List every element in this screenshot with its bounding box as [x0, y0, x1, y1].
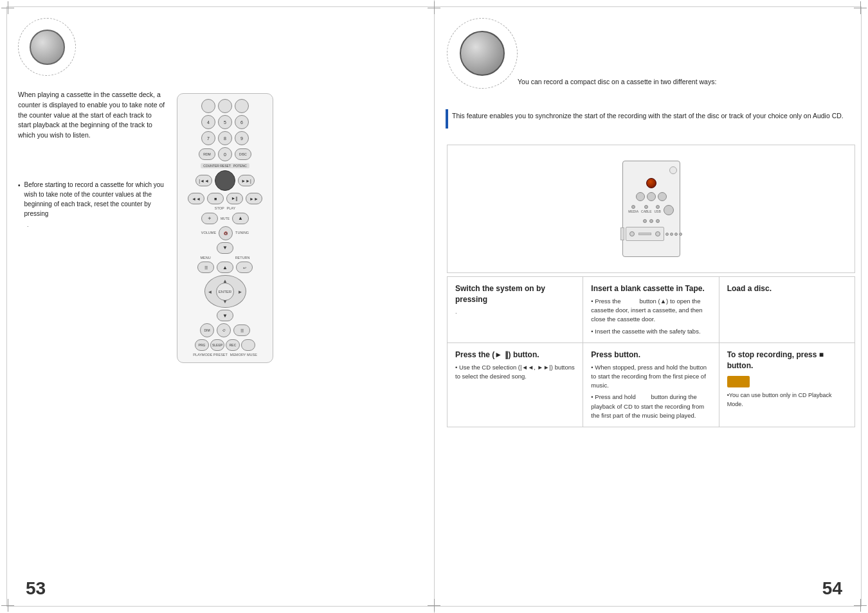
stop-button-visual [727, 376, 750, 387]
remote-diagram: 4 5 6 7 8 9 RDM 0 DISC COUNTER RESET POT… [177, 93, 273, 363]
remote-btn-b1: PRG [195, 339, 209, 351]
stop-note: •You can use button only in CD Playback … [727, 391, 847, 409]
remote-btn-5: 5 [218, 115, 232, 129]
remote-btn-up2: ▲ [217, 262, 233, 273]
remote-num-row1: 4 5 6 [181, 115, 269, 129]
step-5-bullet2: • Press and hold button during the playb… [591, 393, 710, 420]
remote-nav-circle: ▲ ▼ ◄ ► ENTER [204, 275, 246, 308]
remote-btn-b2: SLEEP [210, 339, 224, 351]
step-2-title: Insert a blank cassette in Tape. [591, 283, 710, 294]
remote-num-row2: 7 8 9 [181, 131, 269, 145]
bullet-item: • Before starting to record a cassette f… [18, 180, 166, 218]
stop-btn-area: •You can use button only in CD Playback … [727, 376, 847, 409]
menu-label: MENU [200, 256, 210, 260]
remote-vol-row: + MUTE ▲ [181, 213, 269, 224]
right-top-text: You can record a compact disc on a casse… [518, 77, 855, 87]
step-6-title: To stop recording, press ■ button. [727, 350, 847, 371]
tuning-label: TUNING [235, 231, 249, 235]
decorative-circle-right [447, 18, 518, 89]
mute-label: MUTE [221, 217, 230, 220]
play-label: PLAY [227, 206, 236, 211]
feature-text-content: This feature enables you to synchronize … [452, 112, 844, 120]
stop-label: STOP [215, 206, 224, 211]
remote-btn-down: ▼ [217, 310, 233, 321]
remote-sleep-row: DIM ⏱ ☰ [181, 323, 269, 337]
remote-btn-center-highlight [215, 170, 235, 191]
remote-menu-row: MENU RETURN [181, 256, 269, 260]
src-dot-2 [644, 205, 648, 209]
remote-enter-btn: ENTER [216, 283, 234, 301]
device-btn-c [658, 192, 667, 201]
remote-btn-down-arr: ▼ [217, 242, 233, 254]
feature-text-block: This feature enables you to synchronize … [452, 111, 855, 121]
remote-btn-pause: ►‖ [226, 193, 243, 204]
source-empty [656, 219, 660, 223]
cassette-side [620, 227, 624, 240]
source-usb: USB [654, 205, 660, 215]
nav-arrow-down: ▼ [222, 299, 228, 305]
remote-btn-2 [218, 99, 232, 113]
remote-btn-b4 [241, 339, 255, 351]
device-panel: MEDIA CABLE USB [448, 145, 854, 272]
ctrl-dot-1 [665, 233, 669, 236]
left-description: When playing a cassette in the cassette … [18, 90, 166, 141]
device-indicator-row [646, 178, 656, 188]
nav-arrow-up: ▲ [222, 278, 228, 284]
remote-btn-misc: ☰ [233, 324, 250, 336]
step-1-title: Switch the system on by pressing [455, 283, 575, 305]
top-text-content: You can record a compact disc on a casse… [518, 78, 716, 85]
step-3-title: Load a disc. [727, 283, 847, 294]
step-2-box: Insert a blank cassette in Tape. • Press… [583, 277, 719, 342]
steps-row-1: Switch the system on by pressing . Inser… [447, 276, 855, 343]
device-power-btn [669, 166, 677, 174]
remote-btn-9: 9 [235, 131, 249, 145]
remote-btn-8: 8 [218, 131, 232, 145]
ctrl-dot-4 [679, 233, 682, 236]
step-1-box: Switch the system on by pressing . [448, 277, 583, 342]
device-sub-source-row [643, 219, 660, 223]
volume-label: VOLUME [201, 231, 216, 235]
device-top-row [626, 166, 677, 174]
remote-btn-timer: ⏱ [217, 323, 231, 337]
step-4-box: Press the (► ‖) button. • Use the CD sel… [448, 343, 583, 427]
device-front: MEDIA CABLE USB [622, 161, 680, 257]
remote-btn-prev: |◄◄ [195, 175, 212, 186]
nav-arrow-left: ◄ [208, 289, 213, 294]
bullet-dot: • [18, 181, 21, 218]
left-bullet-block: • Before starting to record a cassette f… [18, 180, 166, 230]
remote-top-row [181, 99, 269, 113]
src-knob [664, 205, 674, 215]
remote-btn-return: ↩ [236, 262, 253, 273]
remote-btn-next: ►►| [238, 175, 255, 186]
cassette-controls [665, 233, 682, 236]
remote-btn-1 [201, 99, 215, 113]
step-4-bullet: • Use the CD selection (|◄◄, ►►|) button… [455, 363, 575, 382]
step-5-bullet1: • When stopped, press and hold the butto… [591, 363, 710, 391]
remote-down-row: ▼ [181, 242, 269, 254]
remote-stop-play-labels: STOP PLAY [181, 206, 269, 211]
counter-reset-row: COUNTER RESET POTENC [181, 163, 269, 168]
remote-btn-disc: DISC [235, 148, 251, 160]
remote-special-row: RDM 0 DISC [181, 147, 269, 161]
src-dot-3 [656, 205, 660, 209]
cassette-area [620, 227, 682, 241]
remote-btn-menu: ☰ [197, 262, 214, 273]
source-radio [643, 219, 647, 223]
remote-btn-plus: + [201, 213, 218, 224]
step-5-box: Press button. • When stopped, press and … [583, 343, 719, 427]
description-paragraph: When playing a cassette in the cassette … [18, 90, 166, 141]
ctrl-dot-3 [674, 233, 678, 236]
remote-labels-row: PLAYMODE PRESET MEMORY MUSE [181, 353, 269, 357]
source-cable: CABLE [641, 205, 651, 215]
ctrl-dot-2 [670, 233, 673, 236]
remote-btn-3 [235, 99, 249, 113]
remote-transport-row2: ◄◄ ■ ►‖ ►► [181, 193, 269, 204]
memory-label: MEMORY MUSE [230, 353, 257, 357]
counter-reset-label: COUNTER RESET POTENC [201, 163, 249, 168]
remote-btn-0: 0 [218, 147, 232, 161]
nav-arrow-right: ► [238, 289, 243, 294]
remote-btn-b3: REC [226, 339, 240, 351]
step-5-title: Press button. [591, 350, 710, 360]
standby-indicator [646, 178, 656, 188]
source-media: MEDIA [628, 205, 638, 215]
